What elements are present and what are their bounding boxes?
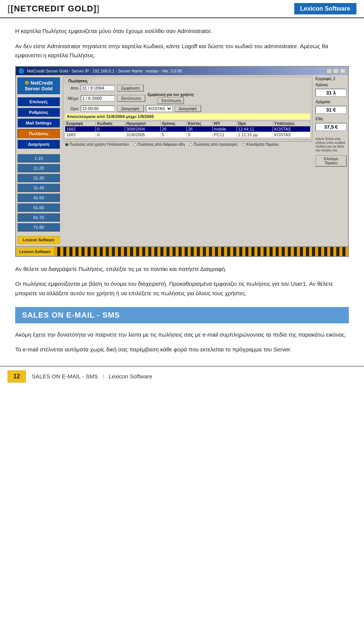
form-row-apo: Απο Εμφάνιση bbox=[65, 85, 311, 91]
status-radio-3 bbox=[189, 143, 192, 146]
th-time: Χρόνος bbox=[160, 121, 187, 126]
bracket-right: ] bbox=[97, 4, 100, 13]
sidebar-num-11-20[interactable]: 11-20 bbox=[17, 164, 60, 172]
app-logo-text: ⚙ NetCreditServer Gold bbox=[21, 80, 56, 91]
wra-label: Ώρα bbox=[65, 106, 78, 111]
sidebar-num-71-80[interactable]: 71-80 bbox=[17, 223, 60, 231]
section-p2: Το e-mail στέλνεται αυτόματα χωρίς δική … bbox=[15, 345, 349, 354]
xrimata-label: Χρήματα bbox=[315, 100, 347, 104]
mexri-label: Μέχρι bbox=[65, 96, 78, 101]
section-heading: SALES ON E-MAIL - SMS bbox=[15, 307, 349, 323]
apo-label: Απο bbox=[65, 86, 78, 90]
sidebar-num-61-70[interactable]: 61-70 bbox=[17, 213, 60, 222]
app-title-bar: 🔵 NetCredit Server Gold - Server IP : 19… bbox=[16, 67, 348, 75]
th-hour: Ώρα bbox=[237, 121, 273, 126]
close-button[interactable]: ✕ bbox=[340, 68, 346, 74]
app-right-panel: Εγγραφές 2 Χρόνος 31 λ Χρήματα 31 € Είδη… bbox=[314, 75, 348, 246]
page-content: Η καρτέλα Πωλήσεις εμφανίζεται μόνο όταν… bbox=[0, 18, 364, 354]
header-title: [[NETCREDIT GOLD]] bbox=[8, 4, 100, 14]
title-text-area: 🔵 NetCredit Server Gold - Server IP : 19… bbox=[18, 68, 182, 74]
app-inner: ⚙ NetCreditServer Gold Επιλογές Ρυθμίσει… bbox=[16, 75, 348, 246]
cell-pc: mobile bbox=[213, 126, 237, 132]
sidebar-num-51-60[interactable]: 51-60 bbox=[17, 203, 60, 212]
status-item-4: Κλεισίματα Ταμείου bbox=[242, 142, 279, 146]
app-sidebar: ⚙ NetCreditServer Gold Επιλογές Ρυθμίσει… bbox=[16, 75, 61, 246]
body-p2: Οι πωλήσεις εμφανίζονται με βάση το όνομ… bbox=[15, 279, 349, 298]
sidebar-num-41-50[interactable]: 41-50 bbox=[17, 194, 60, 202]
cell-hour: 12:44:11 bbox=[237, 126, 273, 132]
status-item-3: Πωλήσεις από προαγορές bbox=[189, 142, 237, 146]
th-date: Ημερομηνί bbox=[125, 121, 160, 126]
cell-time: 26 bbox=[160, 126, 187, 132]
eidi-label: Είδη bbox=[315, 117, 347, 121]
status-label-3: Πωλήσεις από προαγορές bbox=[193, 142, 237, 146]
minimize-button[interactable]: _ bbox=[326, 68, 332, 74]
apo-input[interactable] bbox=[81, 85, 115, 91]
sidebar-lexicon-logo: Lexicon Software bbox=[17, 236, 60, 244]
app-bottom-stripes bbox=[54, 247, 348, 256]
table-row[interactable]: 1683 0 31/8/2005 5 5 PC11 1:11:15 μμ KOS… bbox=[65, 132, 311, 138]
ektyp2-button[interactable]: Εκτύπωση bbox=[157, 97, 184, 104]
eidi-value: 37,5 € bbox=[315, 123, 347, 131]
cell-date: 30/8/2004 bbox=[125, 126, 160, 132]
panel-title: Πωλήσεις bbox=[65, 79, 311, 83]
intro-p2: Αν δεν είστε Administrator πηγαίνετε στη… bbox=[15, 42, 349, 60]
emfanisi-button[interactable]: Εμφάνιση bbox=[117, 85, 144, 91]
wra-input[interactable] bbox=[81, 106, 115, 112]
footer-sep: | bbox=[102, 373, 104, 379]
sidebar-num-1-10[interactable]: 1-10 bbox=[17, 154, 60, 162]
footer-text: SALES ON E-MAIL - SMS | Lexicon Software bbox=[32, 373, 152, 379]
sidebar-num-31-40[interactable]: 31-40 bbox=[17, 184, 60, 192]
status-label-4: Κλεισίματα Ταμείου bbox=[246, 142, 279, 146]
cell-id: 1682 bbox=[65, 126, 96, 132]
status-item-1: Πωλήσεις από χρήση Υπολογιστών bbox=[65, 142, 129, 146]
footer-label2: Lexicon Software bbox=[109, 373, 152, 379]
sidebar-btn-epiloges[interactable]: Επιλογές bbox=[17, 97, 60, 106]
app-statusbar: Πωλήσεις από χρήση Υπολογιστών Πωλήσεις … bbox=[63, 141, 312, 147]
app-logo: ⚙ NetCreditServer Gold bbox=[17, 77, 60, 94]
app-window-title: NetCredit Server Gold - Server IP : 192.… bbox=[27, 69, 182, 73]
sidebar-btn-diaxeirissi[interactable]: Διαχείριση bbox=[17, 140, 60, 149]
diagrafi2-button[interactable]: Διαγραφή bbox=[175, 105, 201, 112]
table-header-row: Εγγραφή Κωδικός Ημερομηνί Χρόνος Κόστος … bbox=[65, 121, 311, 126]
app-bottom-logo: Lexicon Software bbox=[16, 248, 54, 256]
page-header: [[NETCREDIT GOLD]] Lexicon Software bbox=[0, 0, 364, 18]
results-table: Εγγραφή Κωδικός Ημερομηνί Χρόνος Κόστος … bbox=[65, 121, 311, 138]
sidebar-btn-mail-settings[interactable]: Mail Settings bbox=[17, 118, 60, 128]
sidebar-num-21-30[interactable]: 21-30 bbox=[17, 174, 60, 182]
maximize-button[interactable]: □ bbox=[333, 68, 339, 74]
status-label-2: Πωλήσεις από διάφορα είδη bbox=[138, 142, 185, 146]
sidebar-divider bbox=[17, 150, 60, 153]
emfanisi-xristi-label: Εμφάνιση για τον χρήστη bbox=[147, 93, 194, 97]
user-select[interactable]: KOSTAS bbox=[146, 105, 173, 112]
app-window: 🔵 NetCredit Server Gold - Server IP : 19… bbox=[15, 66, 349, 257]
results-header: Αποτελέσματα από 31/8/2004 μέχρι 1/9/200… bbox=[65, 113, 311, 120]
th-cost: Κόστος bbox=[187, 121, 212, 126]
form-row-mexri: Μέχρι Εκτύπωση Εμφάνιση για τον χρήστη Ε… bbox=[65, 93, 311, 104]
app-icon: 🔵 bbox=[18, 68, 25, 74]
sidebar-btn-pwliseis[interactable]: Πωλήσεις bbox=[17, 129, 60, 138]
cell-user: KOSTAS bbox=[273, 126, 311, 132]
status-radio-1 bbox=[65, 143, 68, 146]
app-main-panel: Πωλήσεις Απο Εμφάνιση Μέχρι Εκτύπωση Εμφ… bbox=[61, 75, 314, 246]
app-bottom-bar: Lexicon Software bbox=[16, 246, 348, 256]
window-controls: _ □ ✕ bbox=[326, 68, 346, 74]
intro-p1: Η καρτέλα Πωλήσεις εμφανίζεται μόνο όταν… bbox=[15, 27, 349, 36]
mexri-input[interactable] bbox=[81, 95, 115, 101]
cell-cost: 26 bbox=[187, 126, 212, 132]
cell-user: KOSTAS bbox=[273, 132, 311, 138]
status-item-2: Πωλήσεις από διάφορα είδη bbox=[133, 142, 185, 146]
main-panel-content: Πωλήσεις Απο Εμφάνιση Μέχρι Εκτύπωση Εμφ… bbox=[63, 77, 312, 140]
status-radio-2 bbox=[133, 143, 136, 146]
diagrafi-button[interactable]: Διαγραφή bbox=[117, 105, 144, 112]
page-footer: 12 SALES ON E-MAIL - SMS | Lexicon Softw… bbox=[0, 366, 364, 386]
form-row-wra: Ώρα Διαγραφή KOSTAS Διαγραφή bbox=[65, 105, 311, 112]
sidebar-btn-rythmiseis[interactable]: Ρυθμίσεις bbox=[17, 108, 60, 117]
body-p1: Αν θέλετε να διαγράψετε Πωλήσεις, επιλέξ… bbox=[15, 265, 349, 274]
cell-time: 5 bbox=[160, 132, 187, 138]
close-tameio-button[interactable]: Κλείσιμο Ταμείου bbox=[315, 155, 347, 167]
footer-page-badge: 12 bbox=[8, 370, 26, 383]
table-row[interactable]: 1682 0 30/8/2004 26 26 mobile 12:44:11 K… bbox=[65, 126, 311, 132]
cell-date: 31/8/2005 bbox=[125, 132, 160, 138]
ektyp-button[interactable]: Εκτύπωση bbox=[117, 95, 145, 102]
